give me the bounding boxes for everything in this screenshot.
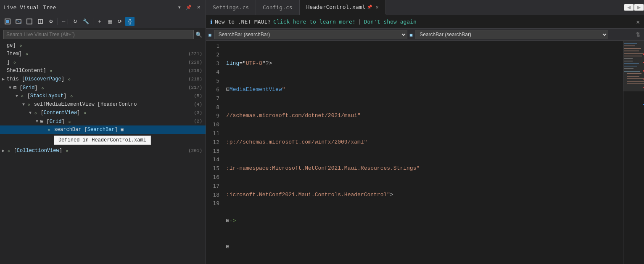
dropdown-right-icon: ▣ — [410, 32, 413, 37]
tree-area: ge] ◇ Item] ◇ (221) ] ◇ (220) ShellConte… — [0, 41, 206, 264]
tab-pin-icon: 📌 — [367, 5, 372, 9]
tree-item-headercontrol[interactable]: ▼ ◇ selfMediaElementView [HeaderContro (… — [0, 100, 206, 109]
track-focused-btn[interactable] — [13, 17, 24, 26]
info-link-learn-more[interactable]: Click here to learn more! — [273, 19, 356, 25]
dropdown-left-icon: ▣ — [209, 32, 211, 37]
tabs-bar: Settings.cs Config.cs HeaderControl.xaml… — [206, 0, 644, 15]
add-child-btn[interactable]: + — [95, 17, 104, 26]
code-line-2: ⊟MediaElementView" — [223, 85, 623, 94]
code-content: ling="UTF-8"?> ⊟MediaElementView" //sche… — [223, 41, 623, 264]
search-icon: 🔍 — [195, 32, 202, 38]
reload-btn[interactable]: ⟳ — [115, 17, 124, 26]
tree-item-shellcontent[interactable]: ShellContent] ◇ (219) — [0, 67, 206, 75]
code-line-8: ⊟ — [223, 243, 623, 252]
tree-item-contentview[interactable]: ▼ ◇ [ContentView] ◇ (3) — [0, 109, 206, 117]
tree-item-stacklayout[interactable]: ▼ ◇ [StackLayout] ◇ (5) — [0, 92, 206, 100]
separator-2 — [93, 18, 93, 25]
refresh-btn[interactable]: ↻ — [71, 17, 80, 26]
close-panel-btn[interactable]: ✕ — [195, 4, 202, 11]
code-editor: 12345 678910 1112131415 16171819 ling="U… — [206, 41, 644, 264]
line-numbers: 12345 678910 1112131415 16171819 — [206, 41, 223, 264]
code-line-7: ⊟-> — [223, 217, 623, 226]
info-close-btn[interactable]: ✕ — [636, 19, 640, 25]
tree-item-collectionview[interactable]: ▶ ◇ [CollectionView] ◇ (201) — [0, 147, 206, 155]
tab-scroll-left[interactable]: ◀ — [624, 4, 634, 11]
grid-view-btn[interactable]: ▦ — [105, 17, 114, 26]
tree-item-item[interactable]: Item] ◇ (221) — [0, 50, 206, 58]
dropdown-bar: ▣ SearchBar (searchBar) ▣ SearchBar (sea… — [206, 29, 644, 41]
info-dont-show[interactable]: Don't show again — [364, 19, 417, 25]
tree-item-searchbar[interactable]: ◇ searchBar [SearchBar] ▣ — [0, 125, 206, 134]
search-input[interactable] — [3, 30, 194, 39]
tree-item-220[interactable]: ] ◇ (220) — [0, 58, 206, 67]
title-icons: ▾ 📌 ✕ — [177, 4, 202, 11]
info-separator: | — [358, 19, 362, 25]
tooltip-container: Defined in HeaderControl.xaml — [0, 134, 206, 147]
tab-scroll-right[interactable]: ▶ — [634, 4, 644, 11]
left-panel: ⚙ ←| ↻ 🔧 + ▦ ⟳ {} 🔍 ge] ◇ — [0, 15, 206, 264]
code-line-5: :lr-namespace:Microsoft.NetConf2021.Maui… — [223, 164, 623, 173]
title-bar: Live Visual Tree ▾ 📌 ✕ Settings.cs Confi… — [0, 0, 644, 15]
dropdown-right-select[interactable]: SearchBar (searchBar) — [415, 30, 608, 39]
svg-rect-25 — [623, 41, 644, 91]
code-line-4: :p://schemas.microsoft.com/winfx/2009/xa… — [223, 138, 623, 147]
svg-line-3 — [16, 20, 21, 23]
tree-item-grid-217[interactable]: ▼ ⊞ [Grid] ◇ (217) — [0, 83, 206, 92]
dropdown-icon-btn[interactable]: ▾ — [177, 4, 182, 11]
info-new-to-maui: New to .NET MAUI? — [215, 19, 271, 25]
svg-rect-4 — [27, 19, 32, 24]
tree-item-grid-2[interactable]: ▼ ⊞ [Grid] ◇ (2) — [0, 117, 206, 125]
code-line-3: //schemas.microsoft.com/dotnet/2021/maui… — [223, 112, 623, 120]
json-view-btn[interactable]: {} — [125, 17, 135, 26]
pin-icon-btn[interactable]: 📌 — [184, 4, 193, 11]
track-layout-btn[interactable] — [35, 17, 45, 26]
right-panel: ℹ New to .NET MAUI? Click here to learn … — [206, 15, 644, 264]
title-bar-left: Live Visual Tree ▾ 📌 ✕ — [0, 0, 206, 15]
move-left-btn[interactable]: ←| — [59, 17, 70, 26]
dropdown-left-select[interactable]: SearchBar (searchBar) — [214, 30, 407, 39]
tab-config-cs[interactable]: Config.cs — [256, 0, 299, 15]
separator-1 — [57, 18, 58, 25]
toolbar-row: ⚙ ←| ↻ 🔧 + ▦ ⟳ {} — [0, 15, 206, 28]
tree-item-page[interactable]: ge] ◇ — [0, 41, 206, 50]
select-element-btn[interactable] — [3, 17, 13, 26]
info-icon: ℹ — [210, 19, 212, 25]
info-bar: ℹ New to .NET MAUI? Click here to learn … — [206, 15, 644, 29]
tree-item-discoverpage[interactable]: ▶ this [DiscoverPage] ◇ (218) — [0, 75, 206, 83]
code-line-1: ling="UTF-8"?> — [223, 59, 623, 68]
dropdown-settings-btn[interactable]: ⇅ — [635, 30, 641, 39]
code-line-6: :icrosoft.NetConf2021.Maui.Controls.Head… — [223, 191, 623, 200]
tab-header-xaml[interactable]: HeaderControl.xaml 📌 ✕ — [300, 0, 386, 15]
display-adorners-btn[interactable] — [24, 17, 34, 26]
minimap-svg — [623, 41, 644, 230]
search-row: 🔍 — [0, 28, 206, 41]
wrench-btn[interactable]: 🔧 — [81, 17, 91, 26]
tab-settings-cs[interactable]: Settings.cs — [206, 0, 256, 15]
settings-btn[interactable]: ⚙ — [46, 17, 55, 26]
svg-rect-1 — [6, 20, 9, 23]
tab-close-icon[interactable]: ✕ — [375, 4, 378, 10]
main-area: ⚙ ←| ↻ 🔧 + ▦ ⟳ {} 🔍 ge] ◇ — [0, 15, 644, 264]
panel-title: Live Visual Tree — [3, 4, 177, 11]
tooltip-box: Defined in HeaderControl.xaml — [54, 136, 151, 145]
minimap — [623, 41, 644, 264]
